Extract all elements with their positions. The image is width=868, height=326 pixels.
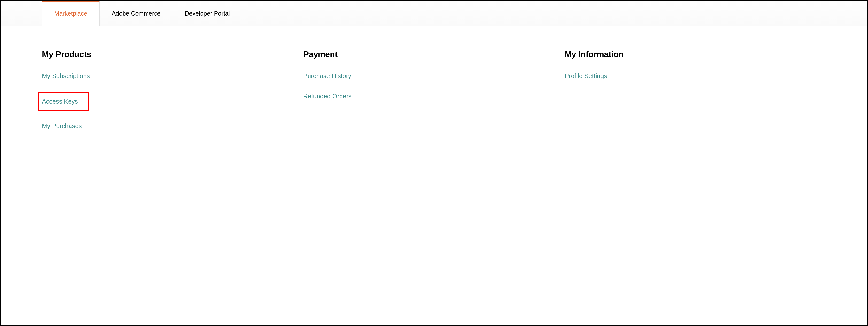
- heading-my-products: My Products: [42, 50, 303, 59]
- link-my-purchases[interactable]: My Purchases: [42, 122, 82, 130]
- tabs-bar: Marketplace Adobe Commerce Developer Por…: [1, 1, 867, 26]
- column-my-products: My Products My Subscriptions Access Keys…: [42, 50, 303, 142]
- column-my-information: My Information Profile Settings: [565, 50, 826, 142]
- highlight-access-keys: Access Keys: [37, 92, 89, 111]
- tab-adobe-commerce[interactable]: Adobe Commerce: [99, 1, 173, 26]
- column-payment: Payment Purchase History Refunded Orders: [303, 50, 564, 142]
- link-purchase-history[interactable]: Purchase History: [303, 72, 351, 80]
- content-area: My Products My Subscriptions Access Keys…: [1, 26, 867, 152]
- heading-payment: Payment: [303, 50, 564, 59]
- link-refunded-orders[interactable]: Refunded Orders: [303, 92, 351, 100]
- heading-my-information: My Information: [565, 50, 826, 59]
- tab-marketplace[interactable]: Marketplace: [42, 1, 99, 26]
- link-access-keys[interactable]: Access Keys: [42, 98, 78, 105]
- link-profile-settings[interactable]: Profile Settings: [565, 72, 607, 80]
- tab-developer-portal[interactable]: Developer Portal: [173, 1, 242, 26]
- link-my-subscriptions[interactable]: My Subscriptions: [42, 72, 90, 80]
